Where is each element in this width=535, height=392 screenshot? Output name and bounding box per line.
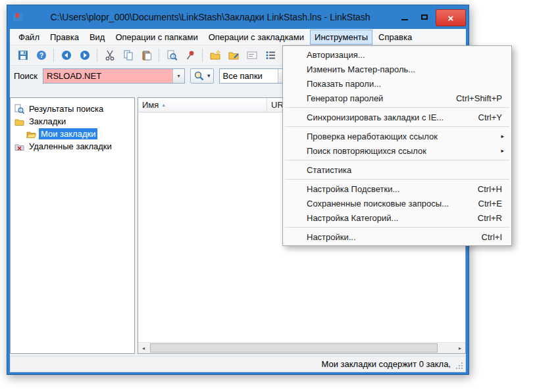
toolbar-list-button[interactable] (261, 47, 279, 64)
menubar-item-folder-operations[interactable]: Операции с папками (111, 30, 202, 45)
cut-icon (104, 49, 116, 61)
status-text: Мои закладки содержит 0 закла, (321, 359, 451, 369)
search-input-value[interactable]: RSLOAD.NET (43, 69, 172, 83)
copy-icon (122, 49, 134, 61)
column-header-name[interactable]: Имя ▲ (138, 98, 267, 112)
search-results-icon (14, 104, 24, 114)
scroll-thumb[interactable] (150, 343, 438, 353)
tree-item-label: Удаленные закладки (27, 141, 114, 152)
menu-item-label: Настройки... (307, 232, 356, 242)
menu-item-shortcut: Ctrl+H (461, 184, 502, 194)
open-folder-icon (26, 130, 36, 139)
menu-item-authorization[interactable]: Авторизация... (284, 47, 510, 62)
toolbar-separator (53, 49, 54, 62)
toolbar-rename-button[interactable] (243, 47, 261, 64)
menu-item-settings[interactable]: Настройки...Ctrl+I (284, 230, 510, 244)
menu-item-shortcut: Ctrl+E (461, 199, 502, 208)
menu-separator (285, 227, 509, 228)
menu-item-label: Проверка неработающих ссылок (307, 132, 438, 141)
menu-item-label: Настройка Подсветки... (307, 184, 399, 194)
toolbar-cut-button[interactable] (101, 47, 118, 64)
menu-item-statistics[interactable]: Статистика (284, 162, 510, 177)
menu-item-shortcut: Ctrl+Y (461, 112, 502, 122)
paste-icon (141, 49, 153, 61)
menu-item-label: Генератор паролей (307, 93, 383, 103)
caret-down-icon: ▾ (178, 73, 180, 79)
menubar-item-edit[interactable]: Правка (45, 30, 84, 45)
menu-item-change-master-password[interactable]: Изменить Мастер-пароль... (284, 62, 510, 76)
search-dropdown-button[interactable]: ▾ (172, 69, 184, 83)
search-scope-select[interactable]: Все папки ▾ (219, 68, 290, 84)
sort-ascending-icon: ▲ (161, 103, 166, 107)
toolbar-save-button[interactable] (14, 47, 32, 64)
menu-item-shortcut: Ctrl+I (465, 232, 502, 242)
tree-item-my-bookmarks[interactable]: Мои закладки (11, 128, 134, 140)
horizontal-scrollbar[interactable]: ◂ ▸ (138, 342, 465, 353)
toolbar-paste-button[interactable] (138, 47, 155, 64)
toolbar-help-button[interactable]: ? (32, 47, 50, 64)
minimize-button[interactable] (396, 9, 413, 25)
menu-item-highlight-settings[interactable]: Настройка Подсветки...Ctrl+H (284, 182, 510, 196)
forward-icon (79, 49, 91, 61)
column-label: Имя (142, 100, 159, 110)
toolbar-copy-button[interactable] (119, 47, 137, 64)
back-icon (61, 49, 72, 61)
menu-item-find-duplicate-links[interactable]: Поиск повторяющихся ссылок▸ (284, 143, 510, 158)
menubar-item-tools[interactable]: Инструменты (310, 30, 372, 45)
tree-item-label: Закладки (27, 116, 68, 127)
titlebar[interactable]: C:\Users\plopr_000\Documents\LinkStash\З… (10, 5, 466, 29)
scroll-left-button[interactable]: ◂ (138, 343, 149, 353)
toolbar-separator (97, 49, 97, 62)
menu-item-sync-ie[interactable]: Синхронизировать закладки с IE...Ctrl+Y (284, 110, 510, 124)
tree-item-bookmarks[interactable]: Закладки (11, 115, 134, 128)
maximize-button[interactable] (416, 9, 433, 25)
toolbar-edit-folder-button[interactable] (224, 47, 242, 64)
menu-item-show-passwords[interactable]: Показать пароли... (284, 76, 510, 91)
scroll-right-button[interactable]: ▸ (455, 343, 465, 353)
rename-icon (246, 49, 258, 61)
toolbar-back-button[interactable] (57, 47, 75, 64)
menubar-item-view[interactable]: Вид (85, 30, 110, 45)
search-input[interactable]: RSLOAD.NET ▾ (43, 68, 185, 84)
find-icon (166, 49, 178, 61)
menu-item-label: Статистика (307, 165, 351, 175)
search-icon (193, 70, 205, 82)
toolbar-separator (202, 49, 203, 62)
menubar-item-file[interactable]: Файл (14, 30, 44, 45)
menu-item-shortcut: Ctrl+R (461, 213, 502, 223)
menu-item-shortcut: Ctrl+Shift+P (439, 93, 502, 103)
resize-grip[interactable] (455, 361, 463, 370)
close-button[interactable]: × (436, 9, 466, 26)
window-title: C:\Users\plopr_000\Documents\LinkStash\З… (27, 12, 394, 22)
search-label: Поиск (14, 71, 38, 81)
help-icon: ? (36, 49, 47, 61)
menubar-item-bookmark-operations[interactable]: Операции с закладками (204, 30, 309, 45)
menubar: Файл Правка Вид Операции с папками Опера… (10, 29, 466, 45)
toolbar-forward-button[interactable] (76, 47, 93, 64)
statusbar: Мои закладки содержит 0 закла, (10, 356, 466, 372)
toolbar-pin-search-button[interactable] (181, 47, 199, 64)
caret-down-icon: ▾ (207, 72, 211, 79)
menu-item-saved-search-queries[interactable]: Сохраненные поисковые запросы...Ctrl+E (284, 196, 510, 210)
tree-item-label: Результаты поиска (27, 103, 105, 114)
tree-item-label: Мои закладки (39, 128, 97, 139)
menu-item-check-broken-links[interactable]: Проверка неработающих ссылок▸ (284, 129, 510, 143)
scroll-left-icon: ◂ (142, 345, 145, 351)
list-icon (265, 49, 276, 61)
tree-item-search-results[interactable]: Результаты поиска (11, 103, 134, 115)
folder-icon (14, 117, 24, 126)
run-search-button[interactable]: ▾ (190, 68, 214, 84)
toolbar-separator (159, 49, 159, 62)
submenu-arrow-icon: ▸ (501, 133, 504, 139)
tree-item-deleted-bookmarks[interactable]: Удаленные закладки (11, 140, 134, 153)
menubar-item-help[interactable]: Справка (374, 30, 417, 45)
menu-item-category-settings[interactable]: Настройка Категорий...Ctrl+R (284, 210, 510, 225)
scroll-right-icon: ▸ (459, 345, 461, 351)
toolbar-new-folder-button[interactable] (206, 47, 224, 64)
menu-item-password-generator[interactable]: Генератор паролейCtrl+Shift+P (284, 91, 510, 105)
menu-item-label: Синхронизировать закладки с IE... (307, 112, 444, 122)
minimize-icon (401, 19, 408, 20)
scroll-track[interactable] (149, 343, 455, 353)
menu-item-label: Изменить Мастер-пароль... (307, 64, 415, 74)
toolbar-find-button[interactable] (163, 47, 180, 64)
